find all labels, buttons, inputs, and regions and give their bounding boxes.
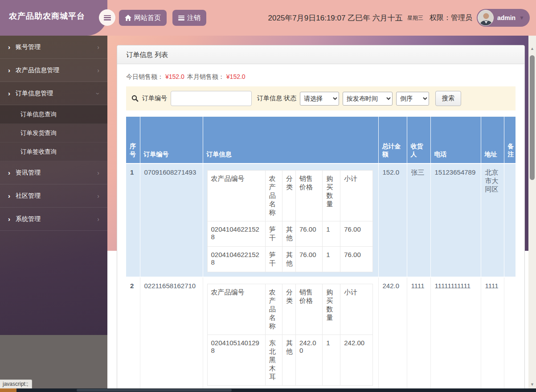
- search-button[interactable]: 搜索: [435, 91, 461, 106]
- home-button[interactable]: 网站首页: [119, 10, 167, 26]
- item-cell: 76.00: [296, 247, 323, 272]
- col-header-address: 地址: [481, 117, 504, 163]
- cell-order-info: 农产品编号农产品名称分类销售价格购买数量小计02041046221528笋干其他…: [203, 163, 378, 277]
- chevron-right-icon: ›: [97, 67, 99, 74]
- cell-total: 242.0: [378, 277, 407, 388]
- sidebar-item-news[interactable]: › 资讯管理 ›: [0, 161, 107, 184]
- order-items-table: 农产品编号农产品名称分类销售价格购买数量小计02041046221528笋干其他…: [207, 170, 373, 272]
- col-header-order-no: 订单编号: [140, 117, 203, 163]
- status-select[interactable]: 请选择: [300, 92, 339, 106]
- sidebar-item-label: 订单信息管理: [16, 90, 53, 98]
- horizontal-scrollbar[interactable]: [0, 388, 536, 392]
- col-header-total: 总计金额: [378, 117, 407, 163]
- top-header: 农产品助农商城平台 网站首页 注销 2025年7月9日16:19:07 乙巳年 …: [0, 0, 536, 36]
- col-header-index: 序号: [126, 117, 140, 163]
- chevron-right-icon: ›: [8, 215, 10, 223]
- item-cell: 76.00: [296, 221, 323, 247]
- sidebar-item-label: 资讯管理: [16, 169, 41, 177]
- item-cell: 02041046221528: [207, 247, 265, 272]
- item-cell: 笋干: [265, 247, 282, 272]
- home-icon: [125, 15, 131, 21]
- sidebar-item-community[interactable]: › 社区管理 ›: [0, 184, 107, 208]
- search-bar: 订单编号 订单信息 状态 请选择 按发布时间 倒序 搜索: [126, 86, 516, 110]
- chevron-right-icon: ›: [97, 216, 99, 223]
- sidebar-item-label: 社区管理: [16, 192, 41, 200]
- vertical-scrollbar[interactable]: ▲ ▼: [528, 45, 536, 388]
- sidebar-toggle-button[interactable]: [99, 9, 115, 26]
- cell-address: 北京市大同区: [481, 163, 504, 277]
- orders-header-row: 序号 订单编号 订单信息 总计金额 收货人 电话 地址 备注: [126, 117, 516, 163]
- item-cell: 76.00: [340, 247, 372, 272]
- username: admin: [497, 14, 516, 21]
- cell-order-no: 02211658162710: [140, 277, 203, 388]
- sidebar-item-orders[interactable]: › 订单信息管理 ›: [0, 82, 107, 105]
- top-nav: 网站首页 注销: [119, 10, 206, 26]
- horizontal-scrollbar-thumb[interactable]: [77, 389, 232, 392]
- caret-down-icon: ▼: [519, 15, 524, 21]
- item-cell: 其他: [282, 247, 295, 272]
- chevron-right-icon: ›: [8, 90, 10, 97]
- cell-order-info: 农产品编号农产品名称分类销售价格购买数量小计02041051401298东北黑木…: [203, 277, 378, 388]
- item-cell: 1: [323, 247, 340, 272]
- sidebar-item-products[interactable]: › 农产品信息管理 ›: [0, 59, 107, 82]
- sidebar-subitem-order-receive[interactable]: 订单签收查询: [0, 143, 107, 161]
- order-item-row: 02041051401298东北黑木耳其他242.001242.00: [207, 335, 372, 386]
- logout-button-label: 注销: [187, 14, 200, 22]
- order-items-table: 农产品编号农产品名称分类销售价格购买数量小计02041051401298东北黑木…: [207, 284, 373, 386]
- brand-block: 农产品助农商城平台: [0, 0, 107, 36]
- header-right: 2025年7月9日16:19:07 乙巳年 六月十五 星期三 权限：管理员 ad…: [268, 0, 530, 36]
- order-no-input[interactable]: [171, 91, 252, 106]
- cell-index: 1: [126, 163, 140, 277]
- cell-address: 1111: [481, 277, 504, 388]
- today-sales-label: 今日销售额：: [126, 73, 164, 80]
- status-label: 订单信息 状态: [257, 94, 296, 102]
- cell-remark: [504, 277, 516, 388]
- col-header-phone: 电话: [430, 117, 481, 163]
- sort-field-select[interactable]: 按发布时间: [343, 92, 393, 106]
- item-col-header: 农产品名称: [265, 284, 282, 335]
- list-icon: [178, 16, 184, 20]
- orders-table-wrap: 序号 订单编号 订单信息 总计金额 收货人 电话 地址 备注 107091608…: [126, 117, 516, 388]
- chevron-down-icon: ›: [95, 92, 102, 94]
- submenu-item-label: 订单信息查询: [20, 110, 57, 118]
- scroll-up-arrow-icon[interactable]: ▲: [528, 45, 536, 52]
- scroll-down-arrow-icon[interactable]: ▼: [528, 381, 536, 388]
- logout-button[interactable]: 注销: [172, 10, 206, 26]
- search-icon: [131, 95, 139, 102]
- weekday-text: 星期三: [407, 14, 423, 22]
- chevron-right-icon: ›: [8, 169, 10, 176]
- item-col-header: 农产品编号: [207, 171, 265, 221]
- order-row: 107091608271493农产品编号农产品名称分类销售价格购买数量小计020…: [126, 163, 516, 277]
- col-header-order-info: 订单信息: [203, 117, 378, 163]
- user-menu[interactable]: admin ▼: [477, 9, 530, 27]
- cell-total: 152.0: [378, 163, 407, 277]
- chevron-right-icon: ›: [8, 192, 10, 200]
- item-cell: 其他: [282, 335, 295, 386]
- panel-title: 订单信息 列表: [117, 45, 524, 64]
- submenu-item-label: 订单签收查询: [20, 148, 57, 156]
- chevron-right-icon: ›: [97, 169, 99, 176]
- cell-order-no: 07091608271493: [140, 163, 203, 277]
- sidebar-item-label: 账号管理: [16, 43, 41, 51]
- vertical-scrollbar-thumb[interactable]: [530, 55, 535, 180]
- col-header-receiver: 收货人: [407, 117, 430, 163]
- sidebar-subitem-order-ship[interactable]: 订单发货查询: [0, 124, 107, 143]
- item-col-header: 小计: [340, 284, 372, 335]
- content-background: 订单信息 列表 今日销售额：¥152.0本月销售额：¥152.0 订单编号 订单…: [107, 36, 528, 388]
- item-cell: 1: [323, 335, 340, 386]
- sidebar-item-system[interactable]: › 系统管理 ›: [0, 208, 107, 231]
- sidebar-subitem-order-query[interactable]: 订单信息查询: [0, 105, 107, 124]
- hamburger-icon: [104, 15, 111, 20]
- order-item-row: 02041046221528笋干其他76.00176.00: [207, 247, 372, 272]
- sidebar-item-account[interactable]: › 账号管理 ›: [0, 36, 107, 59]
- cell-phone: 15123654789: [430, 163, 481, 277]
- sidebar-item-label: 系统管理: [16, 215, 41, 223]
- sort-order-select[interactable]: 倒序: [396, 92, 429, 106]
- orders-tbody: 107091608271493农产品编号农产品名称分类销售价格购买数量小计020…: [126, 163, 516, 388]
- item-col-header: 销售价格: [296, 284, 323, 335]
- col-header-remark: 备注: [504, 117, 516, 163]
- app-title: 农产品助农商城平台: [0, 0, 107, 32]
- panel-body: 今日销售额：¥152.0本月销售额：¥152.0 订单编号 订单信息 状态 请选…: [117, 64, 524, 388]
- chevron-right-icon: ›: [97, 192, 99, 200]
- item-col-header: 购买数量: [323, 284, 340, 335]
